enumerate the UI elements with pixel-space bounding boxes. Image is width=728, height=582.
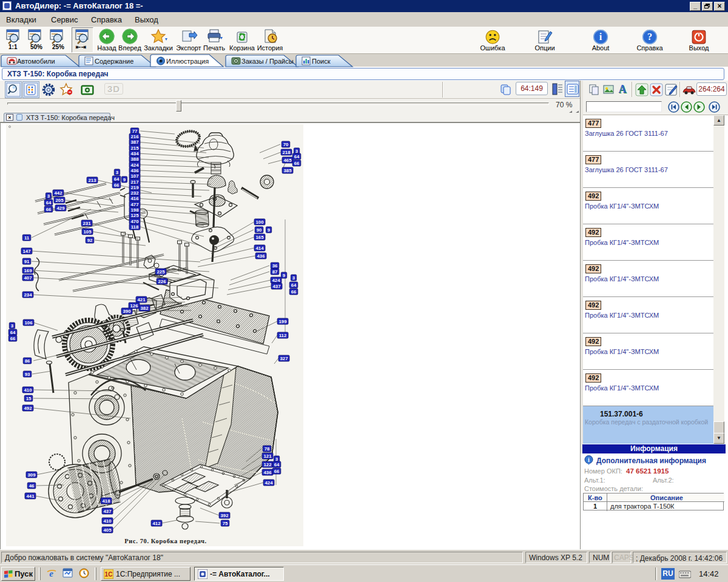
svg-text:424: 424: [130, 162, 139, 168]
svg-text:Содержание: Содержание: [95, 58, 133, 65]
svg-text:407: 407: [24, 275, 32, 281]
svg-text:225: 225: [157, 269, 165, 275]
svg-text:218: 218: [282, 150, 291, 155]
svg-text:126: 126: [130, 303, 138, 309]
svg-text:122: 122: [263, 462, 272, 467]
svg-text:15: 15: [26, 396, 32, 401]
svg-text:436: 436: [257, 253, 265, 259]
svg-text:392: 392: [220, 513, 229, 518]
svg-text:414: 414: [255, 246, 264, 251]
svg-text:492: 492: [24, 406, 32, 411]
svg-text:3: 3: [292, 275, 295, 281]
svg-text:465: 465: [283, 158, 292, 163]
svg-text:93: 93: [25, 372, 30, 377]
svg-text:A: A: [619, 84, 627, 95]
svg-text:36: 36: [272, 263, 278, 269]
svg-text:121: 121: [263, 453, 272, 459]
svg-text:424: 424: [272, 278, 280, 283]
svg-text:Иллюстрация: Иллюстрация: [166, 58, 209, 65]
svg-text:Поиск: Поиск: [312, 58, 331, 65]
svg-text:231: 231: [83, 221, 91, 226]
svg-text:477: 477: [130, 202, 138, 207]
svg-text:3: 3: [275, 457, 278, 462]
svg-text:418: 418: [102, 498, 110, 504]
svg-text:421: 421: [137, 297, 146, 303]
svg-text:9: 9: [268, 227, 271, 233]
svg-text:226: 226: [158, 279, 166, 284]
svg-text:436: 436: [130, 168, 139, 173]
svg-text:470: 470: [130, 219, 139, 224]
svg-text:382: 382: [140, 306, 149, 311]
svg-text:100: 100: [255, 219, 264, 225]
svg-text:215: 215: [130, 146, 139, 151]
svg-text:388: 388: [130, 156, 139, 162]
svg-text:106: 106: [24, 320, 33, 326]
svg-text:429: 429: [56, 206, 65, 211]
svg-text:390: 390: [123, 309, 131, 314]
svg-text:75: 75: [223, 521, 228, 526]
svg-text:46: 46: [29, 483, 35, 489]
svg-text:112: 112: [279, 333, 287, 338]
svg-text:91: 91: [24, 259, 30, 264]
svg-text:169: 169: [24, 268, 32, 273]
svg-text:64: 64: [274, 462, 280, 467]
svg-text:327: 327: [280, 356, 288, 361]
svg-text:199: 199: [278, 319, 287, 324]
svg-text:92: 92: [87, 238, 93, 243]
svg-text:66: 66: [114, 182, 120, 188]
svg-text:?: ?: [647, 32, 652, 42]
svg-text:3: 3: [295, 149, 298, 154]
svg-text:410: 410: [24, 387, 32, 393]
svg-text:416: 416: [130, 196, 139, 201]
svg-text:78: 78: [265, 446, 270, 452]
svg-text:9: 9: [283, 273, 286, 278]
svg-text:66: 66: [46, 207, 52, 212]
svg-text:1С: 1С: [105, 571, 113, 578]
svg-text:118: 118: [131, 224, 139, 230]
svg-text:412: 412: [152, 521, 161, 526]
svg-text:Рис. 70. Коробка передач.: Рис. 70. Коробка передач.: [124, 538, 206, 544]
svg-text:217: 217: [130, 179, 138, 185]
svg-text:87: 87: [272, 269, 278, 275]
svg-text:205: 205: [55, 198, 64, 203]
svg-text:e: e: [49, 569, 53, 578]
svg-text:Заказы / Прайсы: Заказы / Прайсы: [241, 58, 294, 65]
svg-text:i: i: [588, 457, 590, 463]
svg-text:3: 3: [47, 193, 50, 199]
svg-text:309: 309: [27, 472, 36, 478]
svg-text:64: 64: [114, 176, 120, 182]
svg-text:107: 107: [130, 173, 138, 179]
svg-text:437: 437: [103, 509, 111, 514]
svg-text:i: i: [599, 32, 602, 42]
svg-text:9: 9: [123, 177, 126, 182]
svg-text:387: 387: [130, 139, 138, 145]
svg-text:441: 441: [26, 493, 35, 499]
svg-text:436: 436: [263, 470, 272, 475]
svg-text:90: 90: [257, 227, 262, 233]
svg-text:3: 3: [11, 323, 14, 329]
svg-text:147: 147: [22, 249, 30, 254]
svg-text:198: 198: [130, 207, 139, 213]
svg-text:234: 234: [24, 292, 32, 298]
svg-text:66: 66: [294, 161, 300, 166]
svg-text:232: 232: [130, 190, 139, 196]
svg-text:64: 64: [46, 200, 52, 206]
svg-text:77: 77: [132, 129, 138, 134]
svg-text:385: 385: [283, 168, 292, 173]
svg-text:442: 442: [54, 190, 62, 196]
svg-text:66: 66: [10, 336, 16, 341]
svg-text:3: 3: [116, 170, 119, 175]
svg-text:410: 410: [103, 518, 112, 524]
svg-text:70: 70: [283, 142, 289, 147]
svg-text:Автомобили: Автомобили: [17, 58, 55, 65]
svg-text:86: 86: [25, 358, 30, 364]
svg-text:424: 424: [265, 480, 273, 486]
svg-text:405: 405: [103, 527, 112, 533]
svg-text:64: 64: [10, 330, 16, 335]
svg-text:216: 216: [130, 134, 139, 139]
svg-text:66: 66: [274, 469, 280, 474]
svg-text:64: 64: [291, 283, 297, 288]
svg-text:125: 125: [130, 213, 139, 218]
svg-text:105: 105: [83, 229, 92, 235]
svg-text:213: 213: [88, 178, 96, 183]
